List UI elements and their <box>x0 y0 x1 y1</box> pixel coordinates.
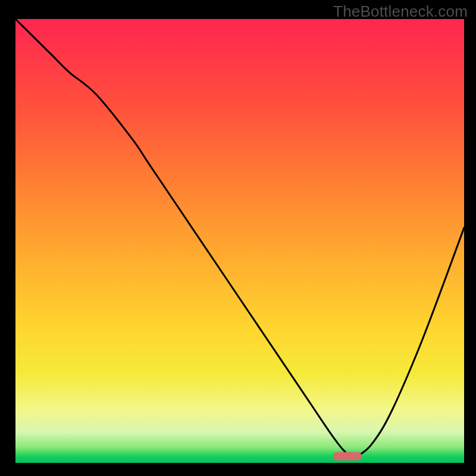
chart-svg <box>0 0 476 476</box>
plot-area <box>15 19 464 463</box>
chart-frame: TheBottleneck.com <box>0 0 476 476</box>
watermark-text: TheBottleneck.com <box>333 2 468 21</box>
optimal-marker <box>333 452 362 461</box>
